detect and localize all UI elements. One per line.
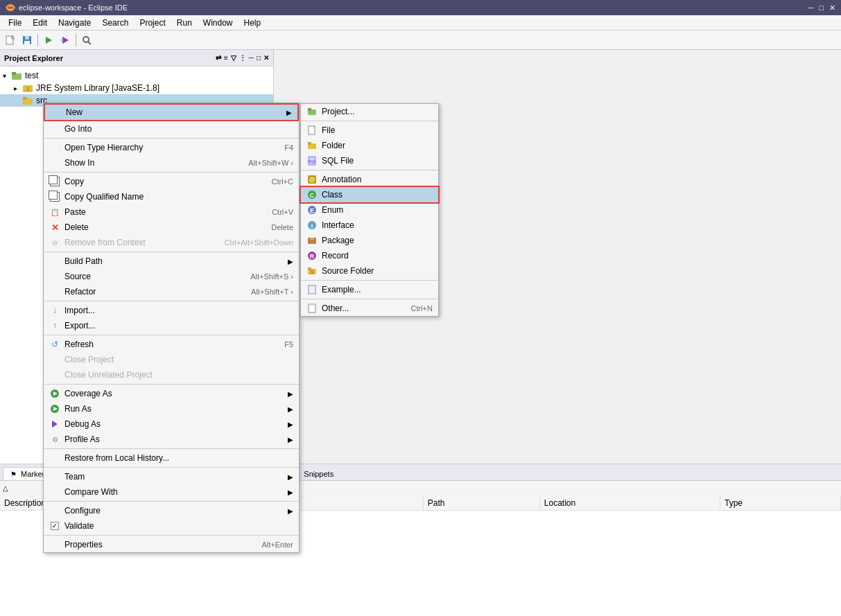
ctx-remove-shortcut: Ctrl+Alt+Shift+Down [225,238,293,247]
ctx-source[interactable]: Source Alt+Shift+S › [44,269,299,284]
sub-annotation[interactable]: @ Annotation [301,172,438,187]
ctx-import-label: Import... [64,306,293,315]
menu-file[interactable]: File [3,17,27,29]
menu-window[interactable]: Window [198,17,239,29]
ctx-remove[interactable]: ⊖ Remove from Context Ctrl+Alt+Shift+Dow… [44,235,299,250]
ctx-close-unrelated-label: Close Unrelated Project [64,370,293,380]
ctx-refactor-shortcut: Alt+Shift+T › [251,288,293,296]
ctx-properties[interactable]: Properties Alt+Enter [44,537,299,552]
sub-project[interactable]: Project... [301,104,438,119]
ctx-profile-arrow: ▶ [288,436,293,443]
ctx-coverage-label: Coverage As [64,389,282,398]
ctx-properties-shortcut: Alt+Enter [261,540,293,549]
tree-toggle-jre[interactable]: ▸ [14,85,22,92]
ctx-export[interactable]: ↑ Export... [44,318,299,333]
sub-example[interactable]: Example... [301,282,438,297]
panel-close-btn[interactable]: ✕ [263,54,269,62]
panel-filter-btn[interactable]: ▽ [231,54,236,62]
menu-run[interactable]: Run [171,17,198,29]
sub-annotation-label: Annotation [322,175,361,184]
ctx-show-in[interactable]: Show In Alt+Shift+W › [44,155,299,170]
ctx-copy[interactable]: Copy Ctrl+C [44,174,299,189]
new-submenu: Project... File Folder SQL SQL File @ [300,103,439,317]
sub-other-icon [306,303,318,314]
ctx-restore[interactable]: Restore from Local History... [44,450,299,466]
ctx-debug[interactable]: Debug As ▶ [44,416,299,432]
ctx-refactor[interactable]: Refactor Alt+Shift+T › [44,284,299,299]
sub-enum-label: Enum [322,205,343,215]
panel-title: Project Explorer [4,54,63,62]
tree-item-jre[interactable]: ▸ J JRE System Library [JavaSE-1.8] [0,82,273,94]
menu-navigate[interactable]: Navigate [53,17,96,29]
ctx-team[interactable]: Team ▶ [44,469,299,484]
ctx-run[interactable]: Run As ▶ [44,401,299,416]
toolbar-new[interactable] [3,33,18,48]
ctx-coverage[interactable]: Coverage As ▶ [44,386,299,401]
ctx-paste-icon: 📋 [49,206,60,218]
ctx-go-into[interactable]: Go Into [44,121,299,137]
sub-interface[interactable]: I Interface [301,218,438,233]
ctx-source-shortcut: Alt+Shift+S › [250,272,293,281]
tree-label-jre: JRE System Library [JavaSE-1.8] [36,83,159,93]
ctx-show-in-shortcut: Alt+Shift+W › [248,159,293,167]
toolbar-search[interactable] [79,33,94,48]
tree-item-test[interactable]: ▾ test [0,69,273,82]
sub-class-icon: C [306,189,318,200]
panel-collapse-btn[interactable]: ≡ [224,54,228,62]
sub-source-folder[interactable]: S Source Folder [301,263,438,279]
sub-folder[interactable]: Folder [301,138,438,153]
menu-edit[interactable]: Edit [27,17,53,29]
svg-text:C: C [310,192,315,199]
menu-project[interactable]: Project [134,17,171,29]
toolbar-save[interactable] [19,33,35,48]
ctx-open-type-hierarchy[interactable]: Open Type Hierarchy F4 [44,140,299,155]
sub-other[interactable]: Other... Ctrl+N [301,301,438,316]
menu-search[interactable]: Search [96,17,134,29]
ctx-import-icon: ↓ [49,305,60,316]
toolbar-run[interactable] [41,33,56,48]
ctx-copy-qualified[interactable]: Copy Qualified Name [44,189,299,204]
sub-folder-icon [306,140,318,151]
svg-text:@: @ [309,176,315,183]
bottom-collapse-btn[interactable]: △ [3,484,8,492]
ctx-refresh[interactable]: ↺ Refresh F5 [44,337,299,352]
panel-maximize-btn[interactable]: □ [257,54,261,62]
sub-class[interactable]: C Class [301,187,438,202]
sub-record[interactable]: R Record [301,248,438,263]
panel-menu-btn[interactable]: ⋮ [239,54,246,62]
sub-package[interactable]: Package [301,233,438,248]
ctx-source-icon [49,271,60,282]
sub-other-label: Other... [322,303,349,313]
toolbar-debug[interactable] [58,33,73,48]
ctx-open-type-label: Open Type Hierarchy [64,143,284,152]
sub-enum[interactable]: E Enum [301,202,438,218]
ctx-paste[interactable]: 📋 Paste Ctrl+V [44,204,299,220]
ctx-close-project[interactable]: Close Project [44,352,299,367]
tree-toggle-test[interactable]: ▾ [3,72,11,80]
sub-file-icon [306,125,318,136]
ctx-compare[interactable]: Compare With ▶ [44,484,299,500]
ctx-validate[interactable]: ✓ Validate [44,518,299,534]
ctx-remove-label: Remove from Context [64,238,225,247]
ctx-configure[interactable]: Configure ▶ [44,503,299,518]
minimize-btn[interactable]: ─ [808,3,814,12]
ctx-close-unrelated[interactable]: Close Unrelated Project [44,367,299,382]
sub-sql[interactable]: SQL SQL File [301,153,438,168]
ctx-new[interactable]: New ▶ [44,103,299,121]
sub-file[interactable]: File [301,123,438,138]
ctx-import[interactable]: ↓ Import... [44,303,299,318]
svg-line-12 [88,42,91,44]
panel-minimize-btn[interactable]: ─ [249,54,254,62]
maximize-btn[interactable]: □ [819,3,824,12]
menu-help[interactable]: Help [239,17,267,29]
sub-sep-2 [301,170,438,170]
panel-sync-btn[interactable]: ⇄ [216,54,221,62]
close-btn[interactable]: ✕ [829,3,835,12]
ctx-build-path[interactable]: Build Path ▶ [44,254,299,269]
svg-point-11 [83,37,89,42]
context-menu: New ▶ Go Into Open Type Hierarchy F4 Sho… [43,103,300,553]
ctx-restore-icon [49,452,60,464]
ctx-profile[interactable]: ⚙ Profile As ▶ [44,432,299,447]
ctx-configure-label: Configure [64,506,282,516]
ctx-delete[interactable]: ✕ Delete Delete [44,220,299,235]
